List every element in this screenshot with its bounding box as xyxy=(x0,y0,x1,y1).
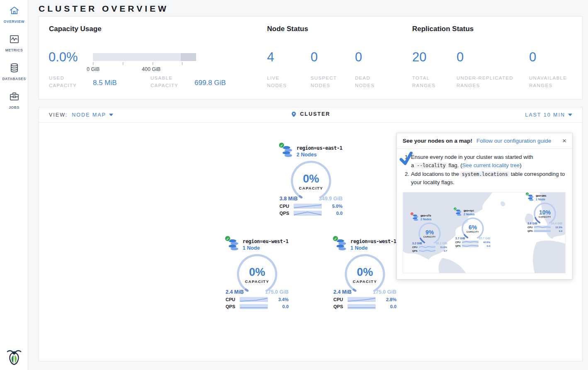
capacity-tick-label: 0 GiB xyxy=(87,66,100,72)
total-ranges-label: TOTAL RANGES xyxy=(412,75,445,90)
capacity-percent: 0% xyxy=(249,266,265,279)
map-config-popup: See your nodes on a map! Follow our conf… xyxy=(396,133,573,280)
example-map-image: ! geo=sfo 2 Nodes 9% xyxy=(403,192,566,273)
sidebar-item-databases[interactable]: DATABASES xyxy=(0,62,28,81)
capacity-bar xyxy=(93,53,196,61)
node-count-link[interactable]: 1 Node xyxy=(243,245,289,251)
sidebar: OVERVIEW METRICS DATABASES JOBS xyxy=(0,0,28,370)
mini-node-sfo: ! geo=sfo 2 Nodes 9% xyxy=(411,214,449,252)
capacity-gauge: 0% CAPACITY xyxy=(236,253,279,296)
capacity-tick xyxy=(93,62,93,65)
live-nodes-label: LIVE NODES xyxy=(267,75,296,90)
map-node-eu-west-1[interactable]: ✓ region=eu-west-1 1 Node 0% CAPACITY 2 xyxy=(223,239,292,309)
qps-label: QPS xyxy=(279,211,294,216)
region-label: geo=ams xyxy=(536,194,546,197)
region-label: geo=nyc xyxy=(464,209,474,212)
page-title: CLUSTER OVERVIEW xyxy=(28,0,588,16)
node-stack-icon: ! xyxy=(412,214,419,221)
popup-title: See your nodes on a map! xyxy=(403,138,472,144)
cpu-sparkline xyxy=(347,297,376,302)
breadcrumb: CLUSTER xyxy=(39,111,582,119)
capacity-caption: CAPACITY xyxy=(353,279,377,284)
qps-sparkline xyxy=(462,244,479,247)
qps-value: 0.0 xyxy=(336,211,343,216)
cpu-label: CPU xyxy=(226,297,240,302)
cpu-value: 42.6% xyxy=(483,241,490,243)
unavailable-ranges-label: UNAVAILABLE RANGES xyxy=(529,75,579,90)
capacity-percent: 6% xyxy=(469,224,477,231)
qps-value: 0.0 xyxy=(487,245,490,247)
capacity-percent: 0% xyxy=(303,173,319,185)
cpu-sparkline xyxy=(534,226,551,229)
popup-step-2: 2. Add locations to thesystem.locationst… xyxy=(403,170,566,186)
live-status-icon: ✓ xyxy=(225,236,231,241)
capacity-gauge: 9% CAPACITY xyxy=(418,222,442,246)
capacity-tick xyxy=(182,62,182,65)
cluster-summary-panel: Capacity Usage 0.0% 0 GiB 400 GiB USED C… xyxy=(39,16,583,100)
sidebar-item-label: JOBS xyxy=(0,105,28,110)
usable-capacity-value: 699.8 GiB xyxy=(194,79,226,87)
locality-tree-link[interactable]: See current locality tree xyxy=(462,162,520,168)
cpu-label: CPU xyxy=(333,297,347,302)
capacity-tick xyxy=(123,62,123,65)
cpu-label: CPU xyxy=(279,204,294,209)
node-count-link[interactable]: 1 Node xyxy=(350,245,396,251)
popup-step-1: 1. Ensure every node in your cluster was… xyxy=(403,153,566,169)
node-stack-icon: ✓ xyxy=(282,145,293,158)
sidebar-item-metrics[interactable]: METRICS xyxy=(0,34,28,52)
qps-label: QPS xyxy=(333,304,347,309)
cpu-label: CPU xyxy=(455,241,462,243)
capacity-gauge: 6% CAPACITY xyxy=(461,217,485,241)
dead-nodes-value: 0 xyxy=(355,50,362,65)
capacity-percent: 9% xyxy=(425,229,434,236)
sidebar-item-overview[interactable]: OVERVIEW xyxy=(0,5,28,24)
map-node-us-west-1[interactable]: ✓ region=us-west-1 1 Node 0% CAPACITY 2 xyxy=(330,239,399,309)
under-replicated-ranges-label: UNDER-REPLICATED RANGES xyxy=(457,75,523,90)
sidebar-item-label: METRICS xyxy=(0,48,28,52)
usable-capacity-label: USABLE CAPACITY xyxy=(151,75,185,90)
total-ranges-value: 20 xyxy=(412,50,426,65)
capacity-percent: 0% xyxy=(357,266,373,279)
node-count-link[interactable]: 2 Nodes xyxy=(296,152,343,158)
dead-nodes-label: DEAD NODES xyxy=(355,75,384,90)
qps-sparkline xyxy=(294,211,322,216)
sidebar-item-jobs[interactable]: JOBS xyxy=(0,91,28,110)
mini-node-nyc: ✓ geo=nyc 2 Nodes 6% xyxy=(454,209,492,247)
qps-value: 0.0 xyxy=(390,304,396,309)
configuration-guide-link[interactable]: Follow our configuration guide xyxy=(476,138,551,144)
qps-label: QPS xyxy=(455,245,462,247)
databases-icon xyxy=(9,62,20,73)
jobs-icon xyxy=(9,91,20,102)
step-done-check-icon xyxy=(398,151,414,166)
capacity-caption: CAPACITY xyxy=(299,186,323,190)
sidebar-item-label: DATABASES xyxy=(0,77,28,81)
node-map: ✓ region=us-east-1 2 Nodes 0% CAPACITY xyxy=(39,122,583,361)
close-icon[interactable]: × xyxy=(562,137,566,144)
capacity-caption: CAPACITY xyxy=(423,236,436,238)
used-capacity-value: 8.5 MiB xyxy=(93,79,117,87)
qps-sparkline xyxy=(347,304,376,309)
region-label: geo=sfo xyxy=(420,214,431,217)
main-content: CLUSTER OVERVIEW Capacity Usage 0.0% 0 G… xyxy=(28,0,588,361)
capacity-caption: CAPACITY xyxy=(245,279,269,284)
capacity-gauge: 10% CAPACITY xyxy=(533,202,557,226)
node-status-title: Node Status xyxy=(267,25,308,33)
replication-status-title: Replication Status xyxy=(412,25,474,33)
breadcrumb-cluster: CLUSTER xyxy=(300,111,330,117)
suspect-nodes-value: 0 xyxy=(311,50,318,65)
capacity-gauge: 0% CAPACITY xyxy=(289,159,333,202)
node-stack-icon: ✓ xyxy=(527,194,534,201)
qps-sparkline xyxy=(534,229,551,232)
map-node-us-east-1[interactable]: ✓ region=us-east-1 2 Nodes 0% CAPACITY xyxy=(277,145,345,216)
capacity-caption: CAPACITY xyxy=(467,231,479,233)
node-stack-icon: ✓ xyxy=(335,239,347,251)
qps-label: QPS xyxy=(412,250,419,252)
used-capacity-label: USED CAPACITY xyxy=(49,75,83,90)
capacity-gauge: 0% CAPACITY xyxy=(343,253,386,296)
capacity-tick xyxy=(153,62,153,65)
cpu-sparkline xyxy=(419,246,435,248)
cpu-label: CPU xyxy=(527,226,534,229)
sidebar-item-label: OVERVIEW xyxy=(0,19,28,24)
capacity-bar-tail xyxy=(181,53,196,61)
cockroachdb-logo xyxy=(0,348,28,367)
